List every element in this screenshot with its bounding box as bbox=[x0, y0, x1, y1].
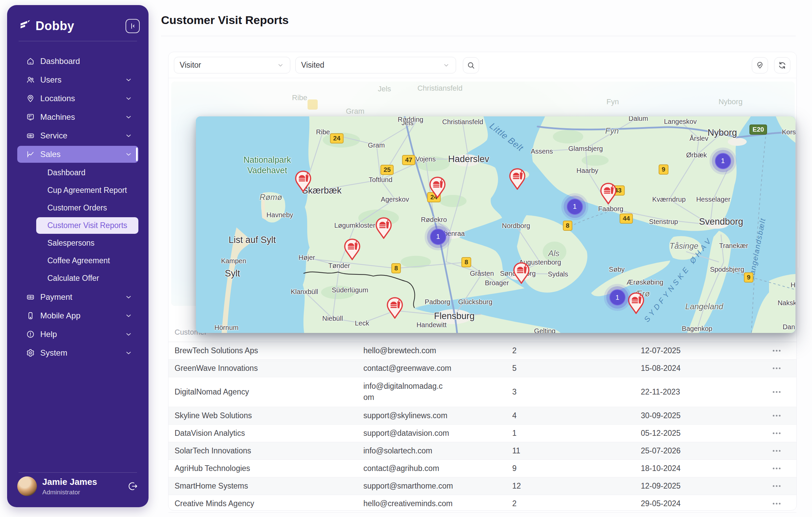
visited-dropdown[interactable]: Visited bbox=[295, 57, 456, 73]
cell-email: hello@creativeminds.com bbox=[363, 499, 512, 508]
road-number-badge: 47 bbox=[402, 155, 415, 165]
sidebar-item-system[interactable]: System bbox=[17, 344, 138, 361]
map-place-label: Christiansfeld bbox=[442, 118, 483, 126]
visitor-dropdown[interactable]: Visitor bbox=[174, 57, 290, 73]
food-visit-pin-icon bbox=[295, 171, 312, 192]
sidebar-subitem-calculate-offer[interactable]: Calculate Offer bbox=[36, 270, 138, 287]
row-more-actions-button[interactable] bbox=[773, 432, 786, 434]
chevron-down-icon bbox=[125, 95, 132, 102]
sidebar-item-help[interactable]: Help bbox=[17, 326, 138, 343]
cell-customer: SolarTech Innovations bbox=[168, 446, 363, 455]
sidebar-collapse-button[interactable] bbox=[126, 19, 140, 33]
sidebar-item-machines[interactable]: Machines bbox=[17, 109, 138, 126]
cell-customer: DataVision Analytics bbox=[168, 429, 363, 438]
row-more-actions-button[interactable] bbox=[773, 415, 786, 417]
sidebar-subitem-coffee-agreement[interactable]: Coffee Agreement bbox=[36, 252, 138, 269]
map-place-label: Gelting bbox=[534, 327, 556, 333]
faded-map-label: Fyn bbox=[607, 97, 619, 106]
row-more-actions-button[interactable] bbox=[773, 450, 786, 452]
chevron-down-icon bbox=[125, 151, 132, 158]
sidebar-subitem-cup-agreement-report[interactable]: Cup Agreement Report bbox=[36, 182, 138, 199]
visits-map[interactable]: RibeRøddingJelsGramChristiansfeldVojensH… bbox=[196, 116, 795, 333]
location-pin-icon bbox=[26, 94, 35, 103]
cell-date: 12-07-2025 bbox=[641, 346, 773, 355]
map-cluster-marker[interactable]: 1 bbox=[567, 199, 583, 215]
map-place-label: Årslev bbox=[690, 135, 708, 142]
map-visit-pin[interactable] bbox=[509, 168, 526, 191]
machine-icon bbox=[26, 113, 35, 121]
map-visit-pin[interactable] bbox=[344, 239, 361, 262]
map-cluster-marker[interactable]: 1 bbox=[609, 289, 626, 306]
sidebar-item-dashboard[interactable]: Dashboard bbox=[17, 53, 138, 70]
sidebar-item-payment[interactable]: Payment bbox=[17, 289, 138, 306]
sidebar-subitem-customer-visit-reports[interactable]: Customer Visit Reports bbox=[36, 217, 138, 234]
row-more-actions-button[interactable] bbox=[773, 391, 786, 393]
map-place-label: Sydals bbox=[548, 270, 568, 278]
food-visit-pin-icon bbox=[509, 168, 526, 190]
chevron-down-icon bbox=[125, 331, 132, 338]
map-visit-pin[interactable] bbox=[375, 217, 392, 240]
row-more-actions-button[interactable] bbox=[773, 350, 786, 352]
logout-icon bbox=[128, 481, 138, 491]
food-visit-pin-icon bbox=[513, 262, 530, 284]
sidebar-subitem-customer-orders[interactable]: Customer Orders bbox=[36, 200, 138, 216]
sidebar-item-sales[interactable]: Sales bbox=[17, 146, 138, 163]
table-row: DataVision Analyticssupport@datavision.c… bbox=[168, 425, 796, 442]
sidebar-item-mobile-app[interactable]: Mobile App bbox=[17, 307, 138, 324]
sidebar-subitem-dashboard[interactable]: Dashboard bbox=[36, 164, 138, 181]
cell-customer: DigitalNomad Agency bbox=[168, 387, 363, 397]
map-place-label: Løgumkloster bbox=[334, 221, 375, 229]
food-visit-pin-icon bbox=[386, 297, 403, 319]
road-number-badge: 8 bbox=[461, 257, 471, 267]
map-visit-pin[interactable] bbox=[600, 183, 617, 206]
user-role: Administrator bbox=[42, 489, 97, 496]
sidebar-nav: DashboardUsersLocationsMachinesServiceSa… bbox=[17, 53, 138, 363]
verify-visits-button[interactable] bbox=[752, 57, 768, 73]
table-row: AgriHub Technologiescontact@agrihub.com9… bbox=[168, 460, 796, 477]
sidebar-item-locations[interactable]: Locations bbox=[17, 90, 138, 107]
visitor-dropdown-value: Visitor bbox=[180, 61, 201, 70]
row-more-actions-button[interactable] bbox=[773, 503, 786, 504]
sidebar-item-label: Payment bbox=[40, 292, 72, 302]
map-place-label: Svendborg bbox=[699, 217, 743, 227]
map-place-label: Kampen bbox=[221, 257, 246, 265]
sidebar-item-users[interactable]: Users bbox=[17, 71, 138, 88]
page-title: Customer Visit Reports bbox=[161, 14, 289, 27]
map-visit-pin[interactable] bbox=[386, 297, 403, 320]
map-visit-pin[interactable] bbox=[513, 262, 530, 285]
sidebar-item-label: Dashboard bbox=[40, 57, 80, 66]
map-visit-pin[interactable] bbox=[628, 292, 645, 315]
refresh-icon bbox=[778, 61, 787, 70]
map-visit-pin[interactable] bbox=[295, 171, 312, 194]
map-place-label: Broager bbox=[485, 279, 509, 287]
map-visit-pin[interactable] bbox=[429, 177, 446, 200]
sidebar-subitem-salespersons[interactable]: Salespersons bbox=[36, 235, 138, 251]
road-number-badge: 8 bbox=[563, 221, 572, 231]
cell-visits: 1 bbox=[512, 429, 641, 438]
user-name: Jamie James bbox=[42, 477, 97, 487]
faded-map-label: Gram bbox=[346, 107, 364, 116]
search-button[interactable] bbox=[463, 57, 479, 73]
map-cluster-marker[interactable]: 1 bbox=[715, 153, 731, 169]
road-number-badge: 25 bbox=[381, 165, 394, 175]
map-place-label: Ørbæk bbox=[686, 151, 707, 159]
logout-button[interactable] bbox=[126, 479, 140, 493]
map-cluster-marker[interactable]: 1 bbox=[430, 229, 446, 245]
page-scrollbar-thumb[interactable] bbox=[798, 221, 800, 268]
road-number-badge: 44 bbox=[620, 213, 633, 224]
cell-visits: 2 bbox=[512, 346, 641, 355]
map-place-label: Tåsinge bbox=[670, 241, 698, 251]
row-more-actions-button[interactable] bbox=[773, 367, 786, 369]
refresh-button[interactable] bbox=[774, 57, 790, 73]
chevron-down-icon bbox=[277, 62, 284, 69]
search-icon bbox=[467, 61, 475, 70]
row-more-actions-button[interactable] bbox=[773, 468, 786, 469]
app-root: Dobby DashboardUsersLocationsMachinesSer… bbox=[0, 0, 812, 517]
map-place-label: Bagenkop bbox=[682, 325, 712, 333]
sidebar: Dobby DashboardUsersLocationsMachinesSer… bbox=[7, 5, 149, 507]
sidebar-item-service[interactable]: Service bbox=[17, 127, 138, 144]
row-more-actions-button[interactable] bbox=[773, 485, 786, 487]
map-place-label: H bbox=[791, 281, 795, 289]
map-place-label: Hesselager bbox=[696, 196, 730, 203]
map-place-label: Hörnum bbox=[215, 324, 239, 332]
